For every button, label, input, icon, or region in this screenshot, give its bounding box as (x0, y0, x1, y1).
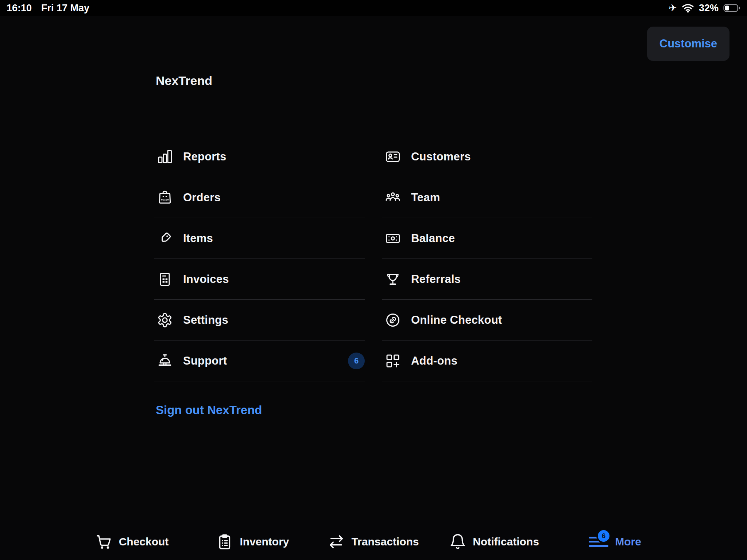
menu-item-add-ons[interactable]: Add-ons (382, 341, 592, 381)
banknote-icon (385, 230, 401, 246)
menu-item-online-checkout[interactable]: Online Checkout (382, 300, 592, 341)
menu-right-column: Customers Team (382, 136, 592, 381)
more-lines-icon: 6 (589, 536, 608, 547)
menu-item-customers[interactable]: Customers (382, 136, 592, 177)
trophy-icon (385, 271, 401, 287)
sign-out-link[interactable]: Sign out NexTrend (156, 403, 262, 417)
menu-left-column: Reports Orders (154, 136, 365, 381)
menu-item-settings[interactable]: Settings (154, 300, 365, 341)
battery-icon (723, 4, 740, 12)
menu-item-label: Orders (183, 191, 365, 204)
menu-item-label: Team (411, 191, 592, 204)
menu-item-orders[interactable]: Orders (154, 177, 365, 218)
more-notification-badge: 6 (596, 529, 611, 543)
menu-item-label: Customers (411, 150, 592, 163)
bar-chart-icon (157, 149, 173, 165)
airplane-mode-icon: ✈ (669, 3, 677, 13)
menu-item-support[interactable]: Support 6 (154, 341, 365, 381)
add-ons-icon (385, 353, 401, 369)
menu-item-label: Referrals (411, 273, 592, 286)
tab-label: Inventory (240, 536, 289, 548)
service-bell-icon (157, 353, 173, 369)
menu-item-label: Invoices (183, 273, 365, 286)
status-date: Fri 17 May (41, 3, 89, 14)
tab-label: Transactions (351, 536, 419, 548)
id-card-icon (385, 149, 401, 165)
menu-item-referrals[interactable]: Referrals (382, 259, 592, 300)
tab-label: Notifications (473, 536, 539, 548)
gear-icon (157, 312, 173, 328)
tab-inventory[interactable]: Inventory (193, 533, 313, 551)
tab-bar: Checkout Inventory Transacti (0, 520, 747, 560)
tab-transactions[interactable]: Transactions (313, 533, 434, 551)
bell-icon (449, 533, 466, 550)
menu-item-balance[interactable]: Balance (382, 218, 592, 259)
menu-item-label: Online Checkout (411, 314, 592, 327)
menu-item-label: Balance (411, 232, 592, 245)
tab-label: Checkout (119, 536, 169, 548)
tab-notifications[interactable]: Notifications (434, 533, 555, 551)
menu-item-label: Items (183, 232, 365, 245)
battery-percent: 32% (699, 3, 719, 14)
menu-item-label: Support (183, 354, 338, 368)
clipboard-icon (216, 533, 233, 550)
support-count-badge: 6 (348, 353, 365, 369)
shopping-bag-icon (157, 190, 173, 206)
customise-button[interactable]: Customise (647, 27, 729, 61)
menu-item-label: Settings (183, 314, 365, 327)
status-bar: 16:10 Fri 17 May ✈ 32% (0, 0, 747, 16)
tag-icon (157, 230, 173, 246)
link-circle-icon (385, 312, 401, 328)
tab-label: More (615, 536, 641, 548)
menu-item-label: Reports (183, 150, 365, 163)
page-title: NexTrend (156, 74, 212, 88)
menu-item-items[interactable]: Items (154, 218, 365, 259)
more-menu-grid: Reports Orders (154, 136, 592, 381)
menu-item-reports[interactable]: Reports (154, 136, 365, 177)
tab-more[interactable]: 6 More (555, 535, 676, 548)
wifi-icon (682, 3, 694, 13)
team-icon (385, 190, 401, 206)
status-time: 16:10 (7, 3, 32, 14)
menu-item-label: Add-ons (411, 354, 592, 368)
cart-icon (96, 533, 112, 550)
menu-item-invoices[interactable]: Invoices (154, 259, 365, 300)
menu-item-team[interactable]: Team (382, 177, 592, 218)
transfer-arrows-icon (328, 533, 345, 550)
tab-checkout[interactable]: Checkout (72, 533, 193, 551)
invoice-icon (157, 271, 173, 287)
